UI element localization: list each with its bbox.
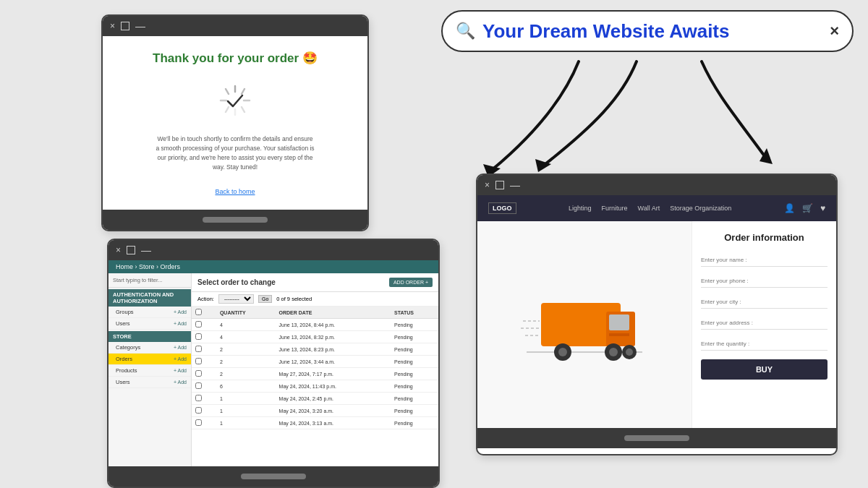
phone-field[interactable] [701,275,827,288]
status-cell: Pending [391,368,438,380]
svg-line-6 [242,107,244,112]
cart-icon[interactable]: 🛒 [802,203,813,213]
minimize-button-3[interactable]: — [510,180,520,190]
search-icon: 🔍 [456,22,475,40]
order-form: Order information BUY [692,221,836,428]
sidebar-item-orders[interactable]: Orders + Add [109,354,191,365]
table-row[interactable]: 1 May 24, 2024, 3:20 a.m. Pending [192,405,438,417]
close-button-3[interactable]: × [485,180,490,190]
search-bar[interactable]: 🔍 Your Dream Website Awaits × [441,10,854,52]
svg-point-17 [558,348,567,356]
row-checkbox[interactable] [195,382,202,389]
auth-users-add[interactable]: + Add [174,321,187,326]
svg-point-21 [626,348,633,356]
city-field[interactable] [701,296,827,309]
row-checkbox[interactable] [195,419,202,426]
row-checkbox[interactable] [195,395,202,401]
minimize-button-2[interactable]: — [141,245,151,255]
date-cell: May 24, 2024, 11:43 p.m. [276,380,391,393]
maximize-button-3[interactable] [495,181,504,189]
svg-point-19 [609,348,618,356]
action-select[interactable]: --------- [218,294,254,304]
products-add[interactable]: + Add [174,368,187,373]
auth-users-label: Users [116,320,130,327]
date-cell: June 13, 2024, 8:32 p.m. [276,331,391,343]
qty-cell: 1 [216,417,276,429]
sidebar-item-auth-users[interactable]: Users + Add [109,318,191,330]
footer-bar-1 [203,217,268,223]
footer-1 [103,210,367,230]
auth-section-header: AUTHENTICATION AND AUTHORIZATION [109,289,191,307]
nav-icons: 👤 🛒 ♥ [784,203,825,213]
products-label: Products [116,367,137,374]
status-cell: Pending [391,380,438,393]
table-row[interactable]: 4 June 13, 2024, 8:44 p.m. Pending [192,319,438,331]
maximize-button-2[interactable] [127,246,135,254]
sidebar-item-products[interactable]: Products + Add [109,365,191,377]
orders-label: Orders [116,356,132,362]
svg-line-4 [242,89,244,94]
close-button-2[interactable]: × [116,245,121,255]
nav-storage[interactable]: Storage Organization [670,205,731,212]
categorys-label: Categorys [116,344,140,351]
truck-illustration [519,281,650,368]
table-row[interactable]: 1 May 24, 2024, 3:13 a.m. Pending [192,417,438,429]
admin-main: Select order to change ADD ORDER + Actio… [192,273,438,466]
sidebar-item-store-users[interactable]: Users + Add [109,377,191,388]
date-cell: June 12, 2024, 3:44 a.m. [276,356,391,368]
add-order-button[interactable]: ADD ORDER + [389,278,433,287]
go-button[interactable]: Go [258,295,272,303]
nav-lighting[interactable]: Lighting [569,205,592,212]
nav-furniture[interactable]: Furniture [602,205,628,212]
date-cell: May 24, 2024, 2:45 p.m. [276,393,391,405]
buy-button[interactable]: BUY [701,359,827,380]
close-button-1[interactable]: × [110,21,115,31]
row-checkbox[interactable] [195,321,202,328]
row-checkbox[interactable] [195,346,202,352]
row-checkbox[interactable] [195,358,202,364]
thankyou-window: × — Thank you for your order 🤩 We'll be … [101,14,369,231]
status-cell: Pending [391,343,438,356]
date-cell: June 13, 2024, 8:44 p.m. [276,319,391,331]
order-form-title: Order information [701,232,827,243]
thankyou-description: We'll be in touch shortly to confirm the… [156,134,315,171]
user-icon[interactable]: 👤 [784,203,795,213]
titlebar-2: × — [109,240,438,260]
address-field[interactable] [701,317,827,330]
status-cell: Pending [391,405,438,417]
footer-bar-3 [624,435,689,441]
close-icon[interactable]: × [830,22,839,40]
heart-icon[interactable]: ♥ [820,203,825,213]
qty-cell: 1 [216,393,276,405]
table-row[interactable]: 4 June 13, 2024, 8:32 p.m. Pending [192,331,438,343]
date-cell: May 24, 2024, 3:13 a.m. [276,417,391,429]
back-to-home-link[interactable]: Back to home [215,188,255,195]
minimize-button-1[interactable]: — [135,21,145,31]
table-row[interactable]: 2 June 12, 2024, 3:44 a.m. Pending [192,356,438,368]
row-checkbox[interactable] [195,370,202,377]
sidebar-item-categorys[interactable]: Categorys + Add [109,342,191,354]
orders-add[interactable]: + Add [174,356,187,361]
sidebar-item-groups[interactable]: Groups + Add [109,307,191,318]
maximize-button-1[interactable] [121,22,129,30]
table-row[interactable]: 2 June 13, 2024, 8:23 p.m. Pending [192,343,438,356]
filter-input[interactable]: Start typing to filter... [109,273,191,288]
search-text: Your Dream Website Awaits [482,20,822,43]
categorys-add[interactable]: + Add [174,345,187,350]
groups-add[interactable]: + Add [174,309,187,314]
qty-cell: 2 [216,356,276,368]
table-row[interactable]: 2 May 27, 2024, 7:17 p.m. Pending [192,368,438,380]
table-row[interactable]: 1 May 24, 2024, 2:45 p.m. Pending [192,393,438,405]
store-users-add[interactable]: + Add [174,380,187,385]
date-cell: June 13, 2024, 8:23 p.m. [276,343,391,356]
nav-wallart[interactable]: Wall Art [638,205,660,212]
row-checkbox[interactable] [195,333,202,340]
store-content: Order information BUY [477,221,836,428]
table-row[interactable]: 6 May 24, 2024, 11:43 p.m. Pending [192,380,438,393]
name-field[interactable] [701,254,827,267]
svg-line-8 [226,107,229,112]
status-cell: Pending [391,356,438,368]
quantity-field[interactable] [701,338,827,351]
select-all-checkbox[interactable] [195,309,202,315]
row-checkbox[interactable] [195,407,202,414]
